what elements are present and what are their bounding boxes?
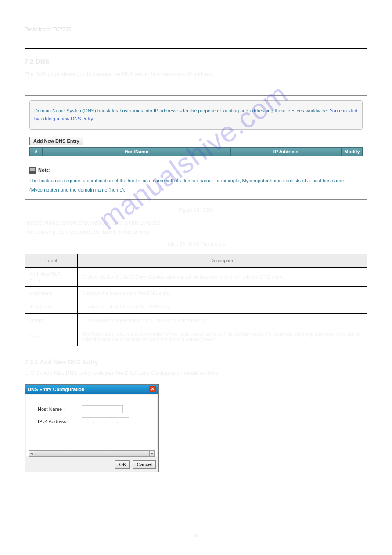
access-instruction: Access: Home screen, click Network, clic… — [25, 220, 367, 226]
col-modify: Modify — [342, 147, 363, 156]
dns-description-box: Domain Name System(DNS) translates hostn… — [29, 100, 363, 130]
step-1: 1. Click Add New DNS Entry to display th… — [25, 370, 367, 376]
cancel-button[interactable]: Cancel — [133, 460, 156, 469]
table-row: Note The host name requires a combinatio… — [25, 327, 367, 346]
horizontal-scrollbar[interactable]: ◄ ► — [29, 450, 155, 457]
dns-screenshot-panel: Domain Name System(DNS) translates hostn… — [25, 95, 367, 200]
table-row: Add New DNS Entry Click to display the D… — [25, 267, 367, 286]
params-heading-text: The following table describes the labels… — [25, 229, 367, 236]
model-label: Technicolor TC7200 — [25, 26, 367, 33]
close-icon[interactable]: ✕ — [149, 386, 156, 392]
section-title: 7.2 DNS — [25, 58, 367, 65]
dns-entry-dialog: DNS Entry Configuration ✕ Host Name : IP… — [25, 384, 159, 472]
col-number: # — [29, 147, 43, 156]
table-row: IP Address Displays the IP Address of th… — [25, 300, 367, 313]
subsection-title: 7.2.1 Add New DNS Entry — [25, 359, 367, 366]
table-row: Modify Click Delete to delete this entry… — [25, 313, 367, 327]
table-caption: Table 25 : DNS Parameters — [25, 241, 367, 247]
dialog-titlebar: DNS Entry Configuration ✕ — [25, 385, 158, 394]
param-head-label: Label — [25, 254, 78, 267]
top-rule — [25, 48, 367, 49]
ok-button[interactable]: OK — [115, 460, 130, 469]
note-label: Note: — [38, 167, 50, 173]
note-icon — [29, 167, 36, 174]
host-name-input[interactable] — [82, 405, 123, 413]
col-ip-address: IP Address — [230, 147, 342, 156]
table-row: HostName Displays the host name of the D… — [25, 286, 367, 300]
scroll-right-icon[interactable]: ► — [149, 450, 155, 457]
col-hostname: HostName — [43, 147, 230, 156]
note-text: The hostnames requires a combination of … — [29, 176, 363, 195]
ipv4-address-input[interactable]: ... — [82, 417, 129, 425]
dns-description-text: Domain Name System(DNS) translates hostn… — [34, 108, 330, 113]
add-new-dns-entry-button[interactable]: Add New DNS Entry — [29, 137, 83, 145]
section-intro: The DNS page allows you to manage the DN… — [25, 69, 367, 80]
figure-caption-1: Figure 28 : DNS — [25, 207, 367, 213]
param-head-desc: Description — [78, 254, 367, 267]
dns-table-header: # HostName IP Address Modify — [29, 147, 363, 156]
bottom-rule — [25, 525, 367, 525]
dialog-title-text: DNS Entry Configuration — [28, 387, 149, 392]
scroll-track[interactable] — [34, 450, 150, 457]
ipv4-address-label: IPv4 Address : — [38, 419, 82, 424]
page-number: 57 — [0, 532, 392, 537]
host-name-label: Host Name : — [38, 406, 82, 412]
dns-parameters-table: Label Description Add New DNS Entry Clic… — [25, 254, 367, 346]
